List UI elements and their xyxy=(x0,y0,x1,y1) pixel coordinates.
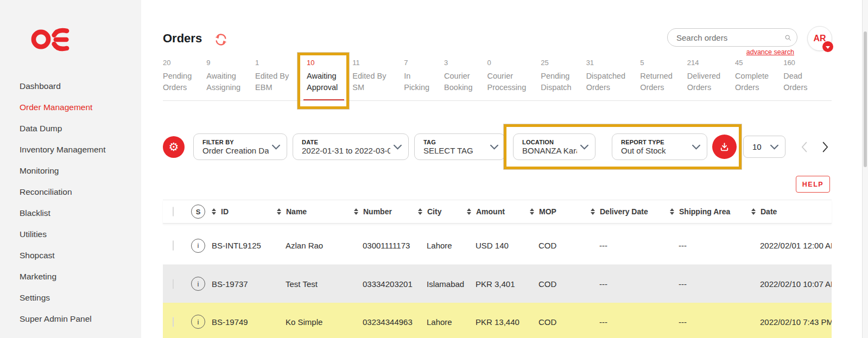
filter-by-dropdown[interactable]: FILTER BY Order Creation Da xyxy=(193,133,287,160)
sidebar-item-blacklist[interactable]: Blacklist xyxy=(20,208,106,229)
column-header-delivery-date[interactable]: Delivery Date xyxy=(591,207,670,216)
sidebar-item-shopcast[interactable]: Shopcast xyxy=(20,251,106,272)
column-header-id[interactable]: ID xyxy=(212,207,277,216)
sort-icon[interactable] xyxy=(354,208,358,215)
column-label: Name xyxy=(286,207,307,216)
row-checkbox[interactable] xyxy=(173,317,174,327)
cell-name: Ko Simple xyxy=(277,317,354,327)
tab-label: Courier Booking xyxy=(444,71,472,93)
sort-icon[interactable] xyxy=(212,208,216,215)
column-label: Delivery Date xyxy=(600,207,648,216)
column-label: MOP xyxy=(539,207,556,216)
sidebar-item-super-admin-panel[interactable]: Super Admin Panel xyxy=(20,314,106,335)
tab-pending-orders[interactable]: 20 Pending Orders xyxy=(163,59,192,100)
report-type-dropdown[interactable]: REPORT TYPE Out of Stock xyxy=(612,133,707,160)
sidebar-item-data-dump[interactable]: Data Dump xyxy=(20,124,106,145)
search-input[interactable] xyxy=(676,33,784,42)
tag-dropdown[interactable]: TAG SELECT TAG xyxy=(414,133,505,160)
tab-in-picking[interactable]: 7 In Picking xyxy=(404,59,429,100)
column-label: ID xyxy=(221,207,229,216)
tab-pending-dispatch[interactable]: 25 Pending Dispatch xyxy=(541,59,571,100)
column-label: Amount xyxy=(476,207,505,216)
filter-settings-button[interactable]: ⚙ xyxy=(163,136,185,158)
chevron-down-icon xyxy=(394,144,402,150)
chevron-down-icon xyxy=(490,144,498,150)
tab-count: 0 xyxy=(487,59,526,67)
tab-awaiting-approval[interactable]: 10 Awaiting Approval xyxy=(307,59,338,100)
sort-icon[interactable] xyxy=(670,208,674,215)
refresh-icon[interactable] xyxy=(214,33,228,49)
scrollbar-thumb[interactable] xyxy=(864,31,867,167)
tab-awaiting-assigning[interactable]: 9 Awaiting Assigning xyxy=(206,59,240,100)
table-row-highlighted[interactable]: i BS-19749 Ko Simple 03234344963 Lahore … xyxy=(163,303,832,338)
cell-shipping-area: --- xyxy=(670,317,751,327)
column-header-number[interactable]: Number xyxy=(354,207,418,216)
column-header-amount[interactable]: Amount xyxy=(467,207,530,216)
sidebar-item-reconciliation[interactable]: Reconciliation xyxy=(20,187,106,208)
column-header-mop[interactable]: MOP xyxy=(530,207,591,216)
info-icon[interactable]: i xyxy=(191,277,205,291)
chevron-down-icon xyxy=(580,144,588,150)
tab-courier-booking[interactable]: 3 Courier Booking xyxy=(444,59,472,100)
status-tabs: 20 Pending Orders 9 Awaiting Assigning 1… xyxy=(163,59,832,101)
chevron-down-icon xyxy=(692,144,700,150)
info-icon[interactable]: i xyxy=(191,315,205,329)
column-header-city[interactable]: City xyxy=(418,207,467,216)
tab-count: 45 xyxy=(735,59,769,67)
column-header-date[interactable]: Date xyxy=(751,207,832,216)
tab-delivered-orders[interactable]: 214 Delivered Orders xyxy=(687,59,720,100)
next-page-icon[interactable] xyxy=(821,141,829,153)
tab-label: Awaiting Assigning xyxy=(206,71,240,93)
page-title: Orders xyxy=(163,31,202,46)
sort-icon[interactable] xyxy=(418,208,422,215)
row-checkbox[interactable] xyxy=(173,279,174,289)
tab-count: 214 xyxy=(687,59,720,67)
sidebar-item-settings[interactable]: Settings xyxy=(20,293,106,314)
sidebar-item-order-management[interactable]: Order Management xyxy=(20,103,106,124)
select-all-checkbox[interactable] xyxy=(173,207,174,216)
page-size-select[interactable]: 10 xyxy=(743,136,785,158)
row-checkbox[interactable] xyxy=(173,240,174,251)
sidebar-item-inventory-management[interactable]: Inventory Management xyxy=(20,145,106,166)
vertical-scrollbar xyxy=(862,0,868,338)
tab-dead-orders[interactable]: 160 Dead Orders xyxy=(783,59,807,100)
help-button[interactable]: HELP xyxy=(796,176,830,193)
location-dropdown[interactable]: LOCATION BONANZA Karach xyxy=(513,133,595,160)
sidebar-item-monitoring[interactable]: Monitoring xyxy=(20,166,106,187)
avatar[interactable]: AR xyxy=(807,26,832,51)
tab-complete-orders[interactable]: 45 Complete Orders xyxy=(735,59,769,100)
table-row[interactable]: i BS-INTL9125 Azlan Rao 03001111173 Laho… xyxy=(163,227,832,265)
annotated-filter-group: LOCATION BONANZA Karach REPORT TYPE Out … xyxy=(513,133,737,160)
search-box xyxy=(667,28,797,47)
column-label: City xyxy=(427,207,441,216)
tab-label: Edited By SM xyxy=(352,71,389,93)
tab-returned-orders[interactable]: 5 Returned Orders xyxy=(640,59,673,100)
sidebar-item-dashboard[interactable]: Dashboard xyxy=(20,81,106,103)
sidebar-item-utilities[interactable]: Utilities xyxy=(20,229,106,251)
download-report-button[interactable] xyxy=(712,135,737,159)
tab-count: 1 xyxy=(255,59,292,67)
date-range-dropdown[interactable]: DATE 2022-01-31 to 2022-03-01 xyxy=(293,133,409,160)
previous-page-icon[interactable] xyxy=(801,141,809,153)
tab-label: Dispatched Orders xyxy=(586,71,626,93)
sidebar-item-marketing[interactable]: Marketing xyxy=(20,272,106,293)
sort-icon[interactable] xyxy=(277,208,281,215)
info-icon[interactable]: i xyxy=(191,239,205,253)
sort-icon[interactable] xyxy=(530,208,534,215)
column-header-shipping-area[interactable]: Shipping Area xyxy=(670,207,751,216)
tab-edited-by-ebm[interactable]: 1 Edited By EBM xyxy=(255,59,292,100)
filter-toolbar: ⚙ FILTER BY Order Creation Da DATE 2022-… xyxy=(163,133,829,160)
cell-city: Lahore xyxy=(418,241,467,250)
tab-courier-processing[interactable]: 0 Courier Processing xyxy=(487,59,526,100)
sort-icon[interactable] xyxy=(591,208,595,215)
tab-edited-by-sm[interactable]: 11 Edited By SM xyxy=(352,59,389,100)
cell-id: BS-INTL9125 xyxy=(212,241,277,250)
avatar-menu-icon[interactable] xyxy=(822,41,833,52)
table-row[interactable]: i BS-19737 Test Test 03334203201 Islamab… xyxy=(163,265,832,303)
tab-dispatched-orders[interactable]: 31 Dispatched Orders xyxy=(586,59,626,100)
sort-icon[interactable] xyxy=(751,208,756,215)
column-header-name[interactable]: Name xyxy=(277,207,354,216)
advance-search-link[interactable]: advance search xyxy=(711,48,794,56)
search-icon[interactable] xyxy=(784,31,791,44)
sort-icon[interactable] xyxy=(467,208,471,215)
